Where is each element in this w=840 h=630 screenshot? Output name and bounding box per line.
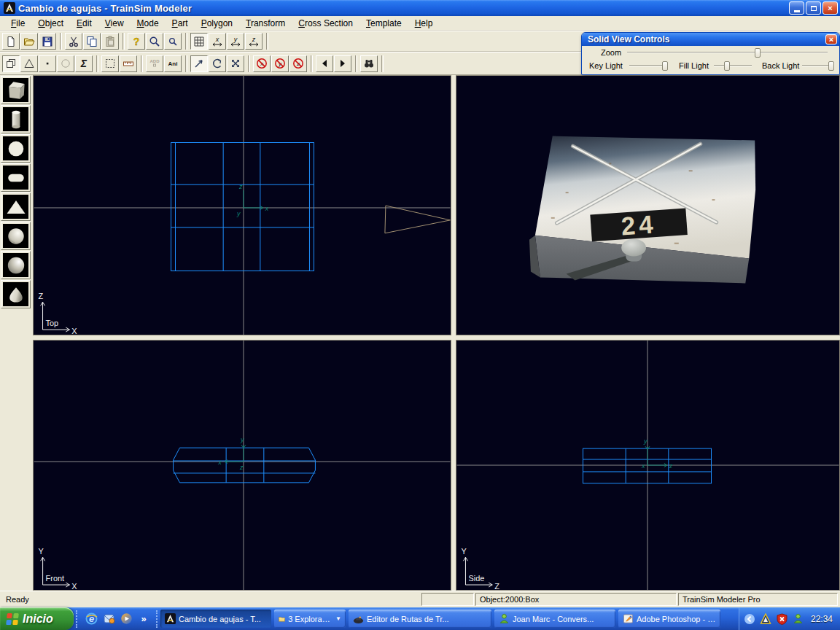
taskbutton-route-editor[interactable]: Editor de Rutas de Tr... xyxy=(349,610,491,628)
add-button[interactable]: ADD xyxy=(146,55,163,72)
knob xyxy=(621,239,646,257)
wireframe-box-top-view[interactable] xyxy=(171,142,314,271)
solid-view-controls-dialog: Solid View Controls × Zoom Key Light Fil… xyxy=(581,32,840,75)
paste-button[interactable] xyxy=(101,33,119,50)
taskbutton-photoshop[interactable]: Adobe Photoshop - [... xyxy=(618,610,720,628)
grid-button[interactable] xyxy=(190,33,208,50)
circle-button[interactable] xyxy=(57,55,74,72)
svg-text:Z: Z xyxy=(39,292,44,300)
shape-cylinder-button[interactable] xyxy=(1,105,31,133)
zoom-slider[interactable] xyxy=(627,48,828,58)
start-button[interactable]: Inicio xyxy=(0,607,74,630)
menu-part[interactable]: Part xyxy=(166,17,195,30)
triangle-button[interactable] xyxy=(20,55,38,72)
taskbutton-explorer-group[interactable]: 3 Explorador de Wi... ▼ xyxy=(274,610,346,628)
camera-cone[interactable] xyxy=(385,206,450,233)
back-light-slider[interactable] xyxy=(802,61,833,71)
translate-y-button[interactable]: y xyxy=(227,33,244,50)
lock-y-button[interactable]: y xyxy=(271,55,289,72)
menu-edit[interactable]: Edit xyxy=(70,17,98,30)
media-player-icon[interactable] xyxy=(120,612,133,626)
spline-button[interactable]: Σ xyxy=(75,55,93,72)
menu-file[interactable]: File xyxy=(4,17,31,30)
key-light-slider[interactable] xyxy=(629,61,667,71)
translate-z-button[interactable]: z xyxy=(245,33,262,50)
fill-light-slider[interactable] xyxy=(714,61,752,71)
lock-x-button[interactable]: x xyxy=(253,55,271,72)
point-button[interactable] xyxy=(39,55,56,72)
new-button[interactable] xyxy=(2,33,20,50)
collapse-chevron-icon[interactable] xyxy=(744,612,756,625)
taskbar: Inicio e » Cambio de agujas - T... 3 Exp… xyxy=(0,607,840,630)
open-button[interactable] xyxy=(20,33,38,50)
shape-cube-button[interactable] xyxy=(1,76,31,104)
translate-x-button[interactable]: x xyxy=(209,33,226,50)
restore-button[interactable] xyxy=(806,1,821,15)
internet-explorer-icon[interactable]: e xyxy=(85,612,98,626)
key-light-thumb[interactable] xyxy=(662,61,668,71)
menu-object[interactable]: Object xyxy=(31,17,70,30)
wireframe-box-front-view[interactable] xyxy=(174,448,316,483)
security-alert-icon[interactable] xyxy=(776,612,788,625)
circle-icon xyxy=(60,58,71,69)
taskbutton-messenger[interactable]: Joan Marc - Convers... xyxy=(494,610,615,628)
zoom-out-button[interactable] xyxy=(164,33,182,50)
lock-z-button[interactable]: z xyxy=(289,55,307,72)
menu-mode[interactable]: Mode xyxy=(131,17,166,30)
copy-button[interactable] xyxy=(83,33,101,50)
rotate-button[interactable] xyxy=(209,55,226,72)
animation-button[interactable]: Ani xyxy=(164,55,182,72)
trainsim-tray-icon[interactable] xyxy=(760,612,772,625)
prev-part-button[interactable] xyxy=(316,55,333,72)
menu-view[interactable]: View xyxy=(98,17,131,30)
zoom-slider-thumb[interactable] xyxy=(755,48,761,58)
minimize-button[interactable] xyxy=(789,1,804,15)
shape-sphere-smooth-button[interactable] xyxy=(1,222,31,250)
taskbutton-trainsim[interactable]: Cambio de agujas - T... xyxy=(160,610,271,628)
find-button[interactable] xyxy=(360,55,378,72)
windows-flag-icon xyxy=(5,612,20,626)
menu-cross-section[interactable]: Cross Section xyxy=(292,17,359,30)
menu-help[interactable]: Help xyxy=(408,17,440,30)
viewport-front[interactable]: y x z Y Front X xyxy=(33,340,451,591)
overflow-chevron-icon[interactable]: » xyxy=(137,612,150,626)
taskbar-clock[interactable]: 22:34 xyxy=(811,614,833,624)
ruler-button[interactable] xyxy=(120,55,137,72)
outlook-express-icon[interactable] xyxy=(102,612,115,626)
messenger-status-icon[interactable] xyxy=(792,612,804,625)
next-part-button[interactable] xyxy=(334,55,351,72)
back-light-thumb[interactable] xyxy=(828,61,834,71)
svc-title-bar[interactable]: Solid View Controls × xyxy=(582,33,839,46)
key-light-label: Key Light xyxy=(589,61,623,70)
marquee-select-button[interactable] xyxy=(101,55,119,72)
shape-cone-button[interactable] xyxy=(1,192,31,221)
close-button[interactable]: × xyxy=(822,1,838,15)
svg-text:x: x xyxy=(641,462,645,470)
lock-z-icon: z xyxy=(292,58,304,69)
fill-light-thumb[interactable] xyxy=(724,61,730,71)
task-buttons: Cambio de agujas - T... 3 Explorador de … xyxy=(158,610,739,628)
menu-template[interactable]: Template xyxy=(359,17,408,30)
shape-sphere-shaded-button[interactable] xyxy=(1,251,31,279)
toolbar-separator xyxy=(96,55,98,72)
viewport-top[interactable]: z x y Z Top X xyxy=(33,75,451,335)
scale-button[interactable] xyxy=(227,55,244,72)
svg-text:Σ: Σ xyxy=(80,58,88,69)
next-icon xyxy=(337,58,349,69)
zoom-in-button[interactable] xyxy=(146,33,163,50)
viewport-perspective[interactable]: 24 xyxy=(456,75,840,335)
svc-close-button[interactable]: × xyxy=(825,34,837,44)
viewport-side[interactable]: x z y Y Side Z xyxy=(456,340,840,591)
menu-polygon[interactable]: Polygon xyxy=(195,17,239,30)
box-primitive-button[interactable] xyxy=(2,55,20,72)
translate-y-icon: y xyxy=(230,36,241,47)
move-arrow-button[interactable] xyxy=(190,55,208,72)
shape-disc-button[interactable] xyxy=(1,163,31,192)
help-button[interactable]: ? xyxy=(128,33,145,50)
shape-teardrop-button[interactable] xyxy=(1,280,31,308)
solid-block-render[interactable]: 24 xyxy=(529,136,755,284)
save-button[interactable] xyxy=(39,33,56,50)
shape-sphere-button[interactable] xyxy=(1,134,31,163)
cut-button[interactable] xyxy=(65,33,82,50)
menu-transform[interactable]: Transform xyxy=(239,17,292,30)
